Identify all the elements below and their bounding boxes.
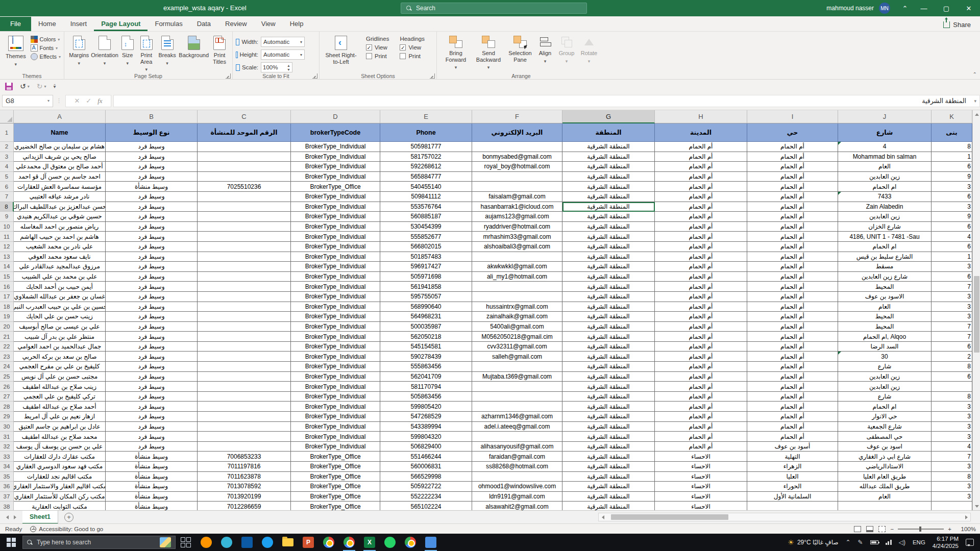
- cell-I3[interactable]: أم الحمام: [747, 152, 838, 162]
- cell-D2[interactable]: BrokerType_Individual: [291, 142, 380, 152]
- cell-J24[interactable]: شارع: [838, 362, 932, 372]
- cell-I30[interactable]: أم الحمام: [747, 422, 838, 432]
- cell-D4[interactable]: BrokerType_Individual: [291, 162, 380, 172]
- cell-A17[interactable]: غسان بن جعفر بن عبدالله الشملاوي: [14, 292, 106, 302]
- row-header-34[interactable]: 34: [0, 462, 14, 472]
- cell-G23[interactable]: المنطقة الشرقية: [562, 352, 655, 362]
- cell-J15[interactable]: شارع زين العابدين: [838, 272, 932, 282]
- cell-K23[interactable]: 2: [932, 352, 972, 362]
- cell-F18[interactable]: hussaintrx@gmail.com: [472, 302, 562, 312]
- cell-D11[interactable]: BrokerType_Individual: [291, 232, 380, 242]
- group-button[interactable]: Group▾: [555, 34, 578, 64]
- cell-A25[interactable]: مجتبى حسن بن علي آل نويس: [14, 372, 106, 382]
- cell-C30[interactable]: [198, 422, 291, 432]
- cell-K28[interactable]: 3: [932, 402, 972, 412]
- row-header-7[interactable]: 7: [0, 192, 14, 202]
- cell-G17[interactable]: المنطقة الشرقية: [562, 292, 655, 302]
- cell-J10[interactable]: شارع الخزان: [838, 222, 932, 232]
- cell-G5[interactable]: المنطقة الشرقية: [562, 172, 655, 182]
- cell-I18[interactable]: أم الحمام: [747, 302, 838, 312]
- cell-B20[interactable]: وسيط فرد: [106, 322, 198, 332]
- cell-K9[interactable]: 9: [932, 212, 972, 222]
- redo-button[interactable]: ↻▾: [37, 82, 46, 90]
- cell-J37[interactable]: العام: [838, 492, 932, 502]
- column-header-E[interactable]: E: [380, 110, 472, 123]
- background-button[interactable]: Background: [178, 34, 210, 59]
- cell-B13[interactable]: وسيط فرد: [106, 252, 198, 262]
- cell-A30[interactable]: عادل بن ابراهيم بن جاسم العتيق: [14, 422, 106, 432]
- cell-I26[interactable]: أم الحمام: [747, 382, 838, 392]
- cancel-entry-icon[interactable]: ✕: [74, 97, 80, 105]
- cell-G29[interactable]: المنطقة الشرقية: [562, 412, 655, 422]
- cell-E6[interactable]: 540455140: [380, 182, 472, 192]
- column-header-F[interactable]: F: [472, 110, 562, 123]
- cell-K11[interactable]: 4: [932, 232, 972, 242]
- print-area-button[interactable]: Print Area▾: [136, 34, 157, 72]
- cell-J2[interactable]: 4: [838, 142, 932, 152]
- row-header-15[interactable]: 15: [0, 272, 14, 282]
- cell-K17[interactable]: 3: [932, 292, 972, 302]
- cell-E24[interactable]: 555863456: [380, 362, 472, 372]
- cell-J22[interactable]: السد الرضا: [838, 342, 932, 352]
- align-button[interactable]: Align▾: [535, 34, 555, 64]
- cell-J19[interactable]: المحيط: [838, 312, 932, 322]
- insert-function-icon[interactable]: fx: [97, 97, 102, 105]
- row-header-9[interactable]: 9: [0, 212, 14, 222]
- cell-A14[interactable]: مرزوق عبدالمجيد عبدالقادر علي: [14, 262, 106, 272]
- cell-J23[interactable]: 30: [838, 352, 932, 362]
- cell-H33[interactable]: الاحساء: [655, 452, 747, 462]
- cell-E36[interactable]: 505922722: [380, 482, 472, 492]
- cell-E7[interactable]: 509841112: [380, 192, 472, 202]
- cell-A11[interactable]: هاشم بن احمد بن حبيب الهاشم: [14, 232, 106, 242]
- cell-K6[interactable]: 3: [932, 182, 972, 192]
- page-break-view-button[interactable]: [878, 526, 886, 532]
- cell-B29[interactable]: وسيط فرد: [106, 412, 198, 422]
- cell-C2[interactable]: [198, 142, 291, 152]
- header-cell-K[interactable]: بنى: [932, 123, 972, 142]
- cell-K29[interactable]: 3: [932, 412, 972, 422]
- cell-F33[interactable]: faraidan@gmail.com: [472, 452, 562, 462]
- cell-G10[interactable]: المنطقة الشرقية: [562, 222, 655, 232]
- cell-A29[interactable]: ازهار نعيم بن علي آل امريط: [14, 412, 106, 422]
- cell-G38[interactable]: المنطقة الشرقية: [562, 502, 655, 510]
- chrome-3-icon[interactable]: [400, 534, 421, 551]
- cell-H18[interactable]: أم الحمام: [655, 302, 747, 312]
- height-select[interactable]: Automatic▾: [261, 49, 305, 60]
- zoom-slider[interactable]: − +: [891, 526, 951, 532]
- cell-B38[interactable]: وسيط منشأة: [106, 502, 198, 510]
- cell-H3[interactable]: أم الحمام: [655, 152, 747, 162]
- print-titles-button[interactable]: Print Titles: [210, 34, 229, 65]
- cell-I35[interactable]: العليا: [747, 472, 838, 482]
- row-header-30[interactable]: 30: [0, 422, 14, 432]
- cell-B27[interactable]: وسيط فرد: [106, 392, 198, 402]
- cell-E22[interactable]: 545154581: [380, 342, 472, 352]
- cell-E8[interactable]: 553576764: [380, 202, 472, 212]
- row-header-27[interactable]: 27: [0, 392, 14, 402]
- cell-B25[interactable]: وسيط فرد: [106, 372, 198, 382]
- cell-E15[interactable]: 505971698: [380, 272, 472, 282]
- cell-F20[interactable]: 5400ali@gmail.com: [472, 322, 562, 332]
- cell-K22[interactable]: 6: [932, 342, 972, 352]
- cell-A8[interactable]: حسن عبدالعزيز بن عبداللطيف البراك: [14, 202, 106, 212]
- cell-J26[interactable]: زين العابدين: [838, 382, 932, 392]
- cell-F23[interactable]: salleh@gmail.com: [472, 352, 562, 362]
- user-name[interactable]: mahmoud nasser: [826, 5, 874, 12]
- cell-E10[interactable]: 530454399: [380, 222, 472, 232]
- cell-H11[interactable]: أم الحمام: [655, 232, 747, 242]
- cell-H23[interactable]: أم الحمام: [655, 352, 747, 362]
- cell-G37[interactable]: المنطقة الشرقية: [562, 492, 655, 502]
- cell-D27[interactable]: BrokerType_Individual: [291, 392, 380, 402]
- cell-J36[interactable]: طريق الملك عبدالله: [838, 482, 932, 492]
- cell-B22[interactable]: وسيط فرد: [106, 342, 198, 352]
- rotate-button[interactable]: Rotate▾: [578, 34, 600, 64]
- row-header-37[interactable]: 37: [0, 492, 14, 502]
- zoom-level[interactable]: 100%: [957, 526, 976, 532]
- excel-icon[interactable]: X: [359, 534, 380, 551]
- save-button[interactable]: [5, 83, 13, 90]
- cell-H22[interactable]: أم الحمام: [655, 342, 747, 352]
- cell-K12[interactable]: 6: [932, 242, 972, 252]
- row-header-33[interactable]: 33: [0, 452, 14, 462]
- page-layout-view-button[interactable]: [866, 526, 873, 532]
- cell-A12[interactable]: علي نادر بن محمد الشعيب: [14, 242, 106, 252]
- cell-E31[interactable]: 599804320: [380, 432, 472, 442]
